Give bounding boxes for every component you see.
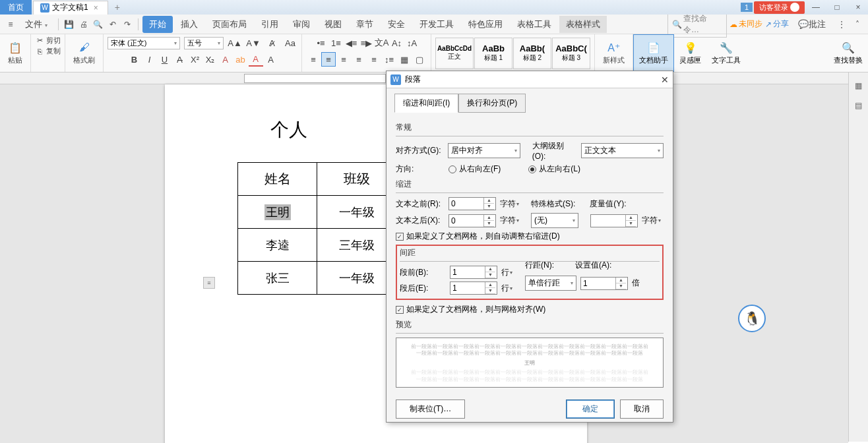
font-name-combo[interactable]: 宋体 (正文)▾: [108, 37, 180, 49]
table-cell[interactable]: 李逵: [238, 229, 317, 262]
tab-tabletools[interactable]: 表格工具: [511, 16, 558, 33]
ok-button[interactable]: 确定: [566, 399, 615, 419]
special-format-select[interactable]: (无)▾: [531, 213, 578, 228]
line-spacing-icon[interactable]: ↕≡: [382, 52, 396, 67]
minimize-button[interactable]: —: [806, 1, 826, 14]
new-tab-button[interactable]: +: [108, 1, 127, 14]
align-center-icon[interactable]: ≡: [321, 52, 336, 67]
text-tools-button[interactable]: 🔧 文字工具: [706, 34, 746, 72]
tab-insert[interactable]: 插入: [174, 16, 204, 33]
file-menu[interactable]: 文件 ▾: [18, 16, 54, 33]
tab-reference[interactable]: 引用: [255, 16, 285, 33]
home-tab[interactable]: 首页: [0, 0, 32, 15]
distribute-icon[interactable]: ≡: [367, 52, 381, 67]
bold-icon[interactable]: B: [127, 52, 142, 67]
superscript-icon[interactable]: X²: [188, 52, 202, 67]
tab-devtools[interactable]: 开发工具: [413, 16, 460, 33]
help-icon[interactable]: ⋮: [835, 18, 848, 31]
align-select[interactable]: 居中对齐▾: [448, 143, 520, 158]
outline-select[interactable]: 正文文本▾: [581, 143, 664, 158]
print-preview-icon[interactable]: 🔍: [92, 18, 105, 31]
sidebar-tool-icon[interactable]: ▦: [852, 79, 865, 92]
metric-spinner[interactable]: ▲▼: [590, 214, 638, 227]
tab-start[interactable]: 开始: [142, 16, 173, 33]
font-effect-icon[interactable]: A: [218, 52, 233, 67]
subscript-icon[interactable]: X₂: [203, 52, 218, 67]
cut-button[interactable]: ✂剪切: [35, 36, 61, 45]
window-close-button[interactable]: ×: [848, 1, 868, 14]
sidebar-nav-icon[interactable]: ▤: [852, 99, 865, 112]
save-icon[interactable]: 💾: [63, 18, 76, 31]
document-tab[interactable]: W 文字文稿1 ×: [33, 1, 108, 15]
find-replace-button[interactable]: 🔍 查找替换: [828, 34, 868, 72]
table-cell[interactable]: 一年级: [317, 196, 396, 229]
strikethrough-icon[interactable]: A̶: [173, 52, 187, 67]
grow-font-icon[interactable]: A▲: [228, 36, 242, 50]
italic-icon[interactable]: I: [142, 52, 157, 67]
tab-linebreak-paging[interactable]: 换行和分页(P): [458, 94, 526, 113]
dialog-titlebar[interactable]: W 段落 ✕: [387, 71, 673, 88]
notification-badge[interactable]: 1: [741, 3, 753, 12]
decrease-indent-icon[interactable]: ◀≡: [344, 36, 359, 50]
redo-icon[interactable]: ↷: [121, 18, 134, 31]
linespacing-select[interactable]: 单倍行距▾: [525, 276, 576, 291]
align-right-icon[interactable]: ≡: [336, 52, 351, 67]
tab-security[interactable]: 安全: [381, 16, 412, 33]
assistant-avatar[interactable]: 🐧: [738, 305, 766, 332]
clear-format-icon[interactable]: A̷: [264, 36, 279, 50]
menu-app-icon[interactable]: ≡: [4, 18, 17, 31]
increase-indent-icon[interactable]: ≡▶: [359, 36, 374, 50]
shading-icon[interactable]: ▦: [397, 52, 412, 67]
undo-icon[interactable]: ↶: [106, 18, 119, 31]
sync-status[interactable]: ☁未同步: [729, 18, 762, 30]
table-header-cell[interactable]: 姓名: [238, 163, 317, 196]
table-cell[interactable]: 一年级: [317, 262, 396, 295]
tab-pagelayout[interactable]: 页面布局: [206, 16, 253, 33]
direction-ltr-radio[interactable]: 从左向右(L): [528, 163, 580, 175]
doc-helper-button[interactable]: 📄 文档助手: [633, 34, 674, 72]
snap-grid-checkbox[interactable]: ✓如果定义了文档网格，则与网格对齐(W): [396, 304, 545, 315]
space-before-spinner[interactable]: ▲▼: [450, 266, 497, 279]
align-left-icon[interactable]: ≡: [306, 52, 321, 67]
style-heading2[interactable]: AaBb(标题 2: [513, 38, 551, 69]
dialog-close-button[interactable]: ✕: [661, 74, 669, 85]
page-tag-icon[interactable]: ≡: [203, 277, 215, 289]
auto-indent-checkbox[interactable]: ✓如果定义了文档网格，则自动调整右缩进(D): [396, 231, 560, 242]
cancel-button[interactable]: 取消: [620, 399, 664, 419]
table-cell[interactable]: 王明: [238, 196, 317, 229]
tab-tablestyle[interactable]: 表格样式: [559, 16, 607, 33]
tab-section[interactable]: 章节: [350, 16, 380, 33]
collapse-ribbon-icon[interactable]: ˄: [851, 18, 864, 31]
direction-rtl-radio[interactable]: 从右向左(F): [449, 163, 501, 175]
sort-icon[interactable]: ↕A: [405, 36, 419, 50]
tab-view[interactable]: 视图: [318, 16, 348, 33]
char-border-icon[interactable]: A: [264, 52, 278, 67]
style-heading1[interactable]: AaBb标题 1: [474, 38, 512, 69]
bullets-icon[interactable]: •≡: [314, 36, 328, 50]
justify-icon[interactable]: ≡: [352, 52, 366, 67]
table-header-cell[interactable]: 班级: [317, 163, 396, 196]
borders-icon[interactable]: ▢: [412, 52, 427, 67]
table-cell[interactable]: 张三: [238, 262, 317, 295]
tab-indent-spacing[interactable]: 缩进和间距(I): [394, 94, 458, 113]
indent-before-spinner[interactable]: ▲▼: [449, 197, 496, 210]
font-size-combo[interactable]: 五号▾: [184, 37, 224, 49]
table-cell[interactable]: 三年级: [317, 229, 396, 262]
style-heading3[interactable]: AaBbC(标题 3: [552, 38, 590, 69]
format-painter-button[interactable]: 🖌 格式刷: [69, 40, 99, 67]
font-color-icon[interactable]: A: [249, 52, 263, 67]
document-table[interactable]: 姓名 班级 王明 一年级 李逵 三年级 张三 一年级: [237, 162, 396, 295]
paste-button[interactable]: 📋 粘贴: [4, 40, 26, 67]
indent-after-spinner[interactable]: ▲▼: [449, 214, 496, 227]
asian-layout-icon[interactable]: A↕: [390, 36, 404, 50]
space-after-spinner[interactable]: ▲▼: [450, 281, 497, 295]
copy-button[interactable]: ⎘复制: [35, 46, 61, 56]
login-button[interactable]: 访客登录: [754, 1, 805, 14]
inspiration-button[interactable]: 💡 灵感匣: [674, 34, 706, 72]
setvalue-spinner[interactable]: ▲▼: [580, 277, 628, 290]
new-style-button[interactable]: A⁺ 新样式: [599, 40, 629, 67]
text-direction-icon[interactable]: 文A: [375, 36, 389, 50]
command-search[interactable]: 🔍 查找命令…: [667, 11, 727, 38]
numbering-icon[interactable]: 1≡: [329, 36, 344, 50]
highlight-icon[interactable]: ab: [233, 52, 248, 67]
